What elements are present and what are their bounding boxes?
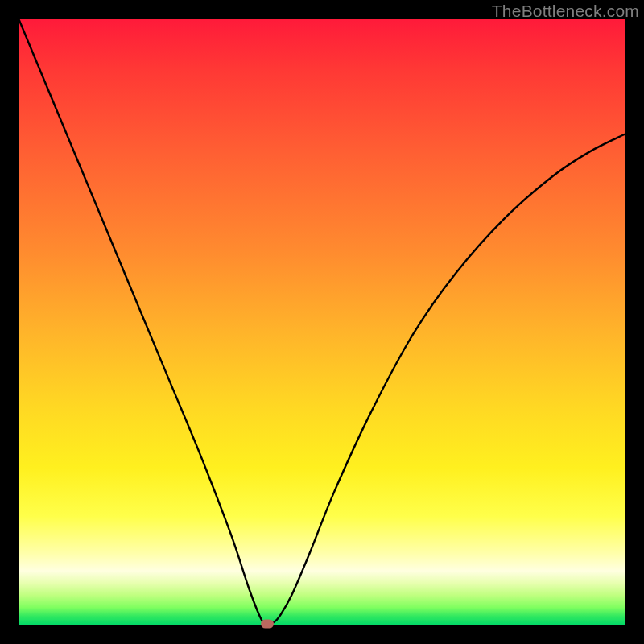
plot-area (19, 19, 625, 625)
watermark-text: TheBottleneck.com (492, 2, 639, 21)
chart-frame: TheBottleneck.com (0, 0, 644, 644)
bottleneck-curve (19, 19, 625, 625)
optimal-marker (261, 619, 274, 628)
